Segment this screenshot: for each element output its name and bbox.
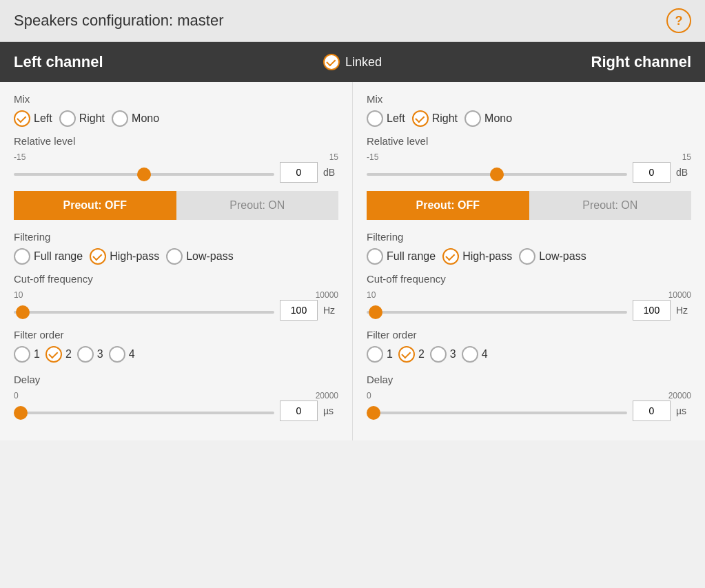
right-preout-row: Preout: OFF Preout: ON [367,191,691,220]
right-rel-level-slider-wrap [367,166,627,179]
right-mix-right-radio[interactable] [412,110,429,127]
right-filtering-group: Full range High-pass Low-pass [367,248,691,265]
left-cutoff-row: Hz [14,300,338,321]
left-order-4-radio[interactable] [109,346,125,363]
left-filter-order-label: Filter order [14,329,338,341]
right-filtering-label: Filtering [367,231,691,243]
linked-section[interactable]: Linked [323,54,382,70]
right-mix-left-radio[interactable] [367,110,383,127]
left-order-3[interactable]: 3 [77,346,103,363]
right-filter-order: Filter order 1 2 3 4 [367,329,691,363]
right-filter-lowpass[interactable]: Low-pass [519,248,586,265]
left-filter-fullrange-radio[interactable] [14,248,30,265]
right-filter-lowpass-radio[interactable] [519,248,535,265]
left-cutoff-label: Cut-off frequency [14,273,338,285]
left-filter-order: Filter order 1 2 3 4 [14,329,338,363]
right-mix-mono-radio[interactable] [464,110,481,127]
right-mix-label: Mix [367,93,691,105]
left-rel-level-label: Relative level [14,135,338,147]
right-cutoff-slider[interactable] [367,311,627,314]
left-order-2[interactable]: 2 [45,346,72,363]
right-cutoff-value[interactable] [633,300,671,321]
left-filtering-group: Full range High-pass Low-pass [14,248,338,265]
left-rel-level-value[interactable] [280,162,318,183]
right-filtering: Filtering Full range High-pass Low-pass [367,231,691,265]
title-bar: Speakers configuration: master ? [0,0,705,42]
right-cutoff-range-labels: 10 10000 [367,290,691,300]
left-mix-left-radio[interactable] [14,110,30,127]
right-rel-level-label: Relative level [367,135,691,147]
right-delay-slider-wrap [367,405,627,417]
page-title: Speakers configuration: master [14,12,224,30]
right-filter-highpass[interactable]: High-pass [442,248,512,265]
left-filter-highpass-radio[interactable] [90,248,106,265]
right-delay-label: Delay [367,374,691,385]
right-mix-group: Left Right Mono [367,110,691,127]
left-rel-level-range-labels: -15 15 [14,152,338,162]
right-delay-value[interactable] [633,401,671,421]
left-rel-level-row: dB [14,162,338,183]
left-filter-fullrange[interactable]: Full range [14,248,83,265]
right-filter-fullrange-radio[interactable] [367,248,383,265]
right-filter-highpass-radio[interactable] [442,248,459,265]
right-filter-fullrange[interactable]: Full range [367,248,436,265]
left-filter-highpass[interactable]: High-pass [90,248,159,265]
right-rel-level-range-labels: -15 15 [367,152,691,162]
right-order-3[interactable]: 3 [430,346,456,363]
left-preout-on-btn[interactable]: Preout: ON [176,191,339,220]
left-delay-value[interactable] [280,401,318,421]
right-mix-left[interactable]: Left [367,110,405,127]
left-cutoff-value[interactable] [280,300,318,321]
left-delay-label: Delay [14,374,338,385]
left-channel-label: Left channel [14,53,323,71]
right-mix-right[interactable]: Right [412,110,458,127]
left-cutoff-range-labels: 10 10000 [14,290,338,300]
left-rel-level-slider-wrap [14,166,274,179]
right-order-3-radio[interactable] [430,346,447,363]
left-delay-slider[interactable] [14,412,274,414]
left-mix-mono-radio[interactable] [112,110,128,127]
left-filter-lowpass[interactable]: Low-pass [166,248,233,265]
right-rel-level-value[interactable] [633,162,671,183]
right-rel-level-slider[interactable] [367,173,627,176]
left-order-2-radio[interactable] [45,346,62,363]
left-cutoff: Cut-off frequency 10 10000 Hz [14,273,338,321]
left-rel-level-slider[interactable] [14,173,274,176]
left-mix-group: Left Right Mono [14,110,338,127]
right-delay-range-labels: 0 20000 [367,391,691,401]
right-order-1[interactable]: 1 [367,346,393,363]
linked-label: Linked [345,55,382,70]
left-mix-mono[interactable]: Mono [112,110,159,127]
right-cutoff: Cut-off frequency 10 10000 Hz [367,273,691,321]
left-mix-right-radio[interactable] [59,110,76,127]
right-order-4-radio[interactable] [462,346,478,363]
left-channel-panel: Mix Left Right Mono Relative level -15 1… [0,82,352,440]
left-preout-row: Preout: OFF Preout: ON [14,191,338,220]
left-mix-label: Mix [14,93,338,105]
right-mix-mono[interactable]: Mono [464,110,512,127]
left-mix-left[interactable]: Left [14,110,52,127]
left-cutoff-slider-wrap [14,304,274,316]
right-order-2[interactable]: 2 [398,346,425,363]
right-channel-panel: Mix Left Right Mono Relative level -15 1… [352,82,705,440]
left-filtering-label: Filtering [14,231,338,243]
right-order-1-radio[interactable] [367,346,383,363]
right-filter-order-group: 1 2 3 4 [367,346,691,363]
help-button[interactable]: ? [666,8,691,33]
left-filter-lowpass-radio[interactable] [166,248,183,265]
right-delay-slider[interactable] [367,412,627,414]
right-order-2-radio[interactable] [398,346,415,363]
left-cutoff-slider[interactable] [14,311,274,314]
left-preout-off-btn[interactable]: Preout: OFF [14,191,176,220]
left-order-1[interactable]: 1 [14,346,40,363]
linked-checkbox[interactable] [323,54,340,70]
left-order-3-radio[interactable] [77,346,94,363]
left-order-4[interactable]: 4 [109,346,135,363]
right-channel-label: Right channel [382,53,691,71]
right-preout-off-btn[interactable]: Preout: OFF [367,191,529,220]
left-filter-order-group: 1 2 3 4 [14,346,338,363]
right-order-4[interactable]: 4 [462,346,488,363]
left-mix-right[interactable]: Right [59,110,105,127]
right-preout-on-btn[interactable]: Preout: ON [529,191,692,220]
left-order-1-radio[interactable] [14,346,30,363]
